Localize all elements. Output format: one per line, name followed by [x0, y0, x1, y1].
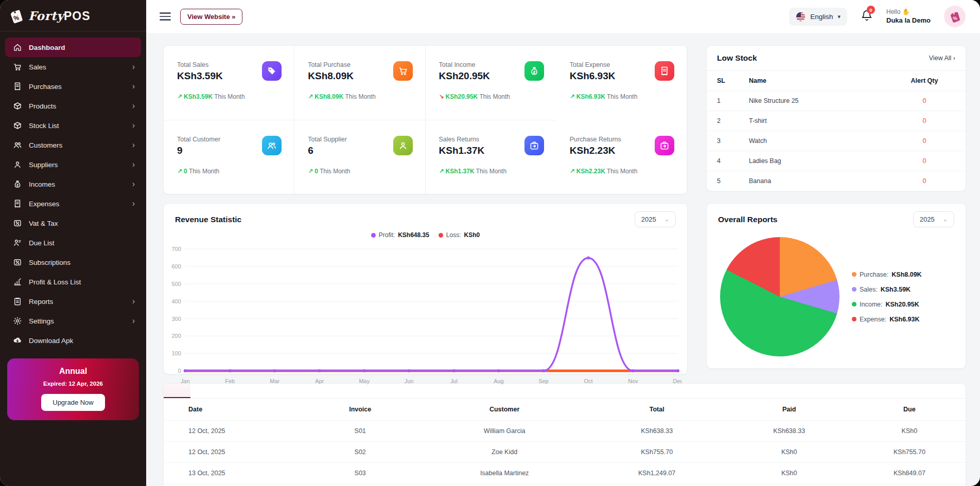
col-name: Name [749, 77, 894, 84]
sidebar-item[interactable]: Reports › [5, 292, 141, 311]
revenue-line-chart[interactable]: 0100200300400500600700JanFebMarAprMayJun… [164, 239, 687, 399]
stat-icon [524, 61, 544, 81]
cell-date: 12 Oct, 2025 [164, 448, 300, 456]
sidebar-item[interactable]: Profit & Loss List [5, 272, 141, 292]
stat-card: Total Supplier 6 ↗0 This Month [294, 120, 425, 194]
sidebar-item[interactable]: Due List [5, 233, 141, 253]
trend-arrow-icon: ↗ [308, 168, 313, 175]
overall-reports-panel: Overall Reports 2025 ⌄ Purchase: [706, 203, 966, 369]
cell-due: KSh755.70 [853, 448, 966, 456]
svg-text:Feb: Feb [225, 378, 235, 384]
brand: % FortyPOS [0, 0, 146, 31]
svg-text:Apr: Apr [315, 378, 324, 384]
sidebar-item[interactable]: Sales › [5, 57, 141, 77]
stat-icon [655, 61, 674, 81]
brand-name: FortyPOS [28, 9, 91, 23]
low-stock-row[interactable]: 2 T-shirt 0 [707, 111, 966, 131]
cell-paid: KSh0 [725, 470, 853, 477]
svg-text:100: 100 [172, 350, 181, 356]
notifications-button[interactable]: 0 [861, 9, 873, 24]
svg-text:%: % [13, 14, 20, 22]
view-website-button[interactable]: View Website » [180, 9, 242, 25]
low-stock-panel: Low Stock View All › SL Name Alert Qty [706, 45, 966, 191]
sidebar-item[interactable]: Settings › [5, 311, 141, 331]
upgrade-now-button[interactable]: Upgrade Now [41, 394, 105, 411]
stat-value: 9 [177, 145, 220, 156]
sidebar-item[interactable]: Customers › [5, 135, 141, 155]
dashboard-content: Total Sales KSh3.59K ↗KSh3.59K This Mont… [146, 33, 980, 486]
sidebar-item-label: Purchases [29, 83, 62, 91]
cell-alert-qty: 0 [894, 157, 955, 165]
stat-change: ↗KSh6.93K This Month [570, 93, 638, 100]
table-row[interactable]: 13 Oct, 2025 S03 Isabella Martinez KSh1,… [164, 463, 966, 484]
sidebar-item-label: Sales [29, 63, 46, 71]
sidebar-item-icon [12, 297, 22, 307]
sidebar-item[interactable]: Download Apk [5, 331, 141, 350]
view-all-link[interactable]: View All › [929, 55, 955, 62]
stat-value: 6 [308, 145, 350, 156]
plan-name: Annual [14, 367, 132, 376]
legend-dot [852, 317, 856, 321]
col-customer: Customer [421, 406, 589, 413]
svg-text:Jul: Jul [450, 378, 458, 384]
main-area: View Website » English ▾ 0 Hello ✋ Duka … [146, 0, 980, 486]
sidebar-item[interactable]: Vat & Tax [5, 213, 141, 233]
low-stock-title: Low Stock [717, 53, 757, 63]
sidebar-item[interactable]: Products › [5, 96, 141, 116]
sidebar-item[interactable]: Subscriptions [5, 253, 141, 272]
sidebar-item[interactable]: Suppliers › [5, 155, 141, 174]
stat-change-suffix: This Month [320, 168, 350, 175]
sidebar-item[interactable]: Purchases › [5, 77, 141, 96]
sidebar-item[interactable]: Incomes › [5, 174, 141, 194]
stat-icon [262, 61, 282, 81]
stat-change-suffix: This Month [607, 93, 637, 100]
stat-change-value: 0 [184, 168, 187, 175]
chevron-down-icon: ⌄ [943, 216, 948, 223]
sidebar-item[interactable]: Stock List › [5, 116, 141, 135]
table-row[interactable]: 12 Oct, 2025 S01 William Garcia KSh638.3… [164, 421, 966, 442]
sidebar-item[interactable]: Dashboard [5, 38, 141, 57]
legend-label: Purchase: [860, 271, 888, 278]
low-stock-row[interactable]: 3 Watch 0 [707, 131, 966, 151]
sidebar-item[interactable]: Expenses › [5, 194, 141, 213]
brand-second: POS [64, 9, 91, 23]
hamburger-menu-icon[interactable] [160, 12, 171, 21]
stat-card: Total Customer 9 ↗0 This Month [164, 120, 294, 194]
svg-text:May: May [359, 378, 370, 384]
us-flag-icon [796, 12, 806, 22]
svg-text:300: 300 [172, 315, 181, 321]
legend-item: Expense: KSh6.93K [852, 316, 922, 323]
low-stock-row[interactable]: 4 Ladies Bag 0 [707, 151, 966, 171]
stat-value: KSh8.09K [308, 70, 376, 82]
avatar[interactable]: % [944, 6, 966, 27]
stat-change-suffix: This Month [345, 93, 375, 100]
trend-arrow-icon: ↗ [177, 93, 182, 100]
legend-item: Sales: KSh3.59K [852, 286, 922, 293]
low-stock-row[interactable]: 5 Banana 0 [707, 171, 966, 191]
svg-text:Oct: Oct [584, 378, 593, 384]
stat-change-suffix: This Month [607, 168, 637, 175]
username-label: Duka la Demo [886, 16, 931, 25]
avatar-tag-icon: % [949, 10, 961, 24]
svg-text:Aug: Aug [494, 378, 503, 384]
revenue-year-select[interactable]: 2025 ⌄ [635, 211, 676, 227]
low-stock-row[interactable]: 1 Nike Structure 25 0 [707, 91, 966, 111]
reports-year-select[interactable]: 2025 ⌄ [913, 211, 954, 227]
chevron-down-icon: ⌄ [664, 216, 669, 223]
tab[interactable] [164, 384, 190, 398]
cell-due: KSh849.07 [853, 470, 966, 477]
sidebar-nav: Dashboard Sales › Purchases › Products › [0, 31, 146, 350]
sidebar-item-icon [12, 101, 22, 111]
language-selector[interactable]: English ▾ [789, 8, 847, 26]
table-row[interactable]: 13 Oct, 2025 S04 Emma Martin KSh848.73 K… [164, 484, 966, 486]
stat-change-suffix: This Month [214, 93, 244, 100]
sidebar-item-label: Expenses [29, 200, 59, 208]
legend-dot [439, 233, 443, 238]
sidebar-item-icon [12, 140, 22, 150]
stat-value: KSh3.59K [177, 70, 245, 82]
tab[interactable] [190, 384, 217, 398]
stat-change-value: KSh1.37K [446, 168, 475, 175]
reports-pie-chart[interactable] [720, 237, 839, 356]
table-row[interactable]: 12 Oct, 2025 S02 Zoe Kidd KSh755.70 KSh0… [164, 442, 966, 463]
sidebar-item-label: Profit & Loss List [29, 278, 81, 286]
